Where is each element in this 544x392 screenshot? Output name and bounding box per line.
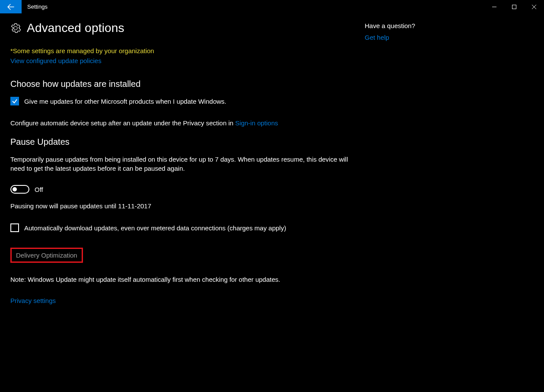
toggle-knob [13,187,17,191]
privacy-settings-link[interactable]: Privacy settings [10,297,56,304]
section-heading-install: Choose how updates are installed [10,79,365,89]
checkmark-icon [12,98,18,104]
window-controls [484,0,544,13]
other-products-checkbox[interactable] [10,97,19,105]
config-privacy-text: Configure automatic device setup after a… [10,118,365,127]
gear-icon [10,23,21,33]
window-titlebar: Settings [0,0,544,13]
update-note: Note: Windows Update might update itself… [10,275,365,284]
delivery-optimization-link[interactable]: Delivery Optimization [10,248,83,263]
view-policies-link[interactable]: View configured update policies [10,57,365,64]
pause-toggle[interactable] [10,185,29,194]
back-button[interactable] [0,0,22,13]
close-icon [532,5,536,9]
page-title: Advanced options [27,21,124,35]
pause-toggle-state: Off [35,186,43,193]
section-heading-pause: Pause Updates [10,137,365,147]
pause-description: Temporarily pause updates from being ins… [10,155,352,173]
close-button[interactable] [524,0,544,13]
get-help-link[interactable]: Get help [365,34,478,41]
signin-options-link[interactable]: Sign-in options [235,119,278,127]
window-title: Settings [22,0,484,13]
help-heading: Have a question? [365,22,478,29]
organization-notice: *Some settings are managed by your organ… [10,47,365,54]
other-products-label: Give me updates for other Microsoft prod… [24,98,226,105]
back-arrow-icon [7,3,14,10]
minimize-button[interactable] [484,0,504,13]
maximize-icon [512,5,516,9]
minimize-icon [492,5,496,9]
metered-checkbox[interactable] [10,223,19,232]
svg-rect-1 [512,5,516,9]
pause-until-note: Pausing now will pause updates until 11-… [10,201,365,210]
metered-label: Automatically download updates, even ove… [24,224,286,232]
maximize-button[interactable] [504,0,524,13]
page-header: Advanced options [10,21,365,35]
